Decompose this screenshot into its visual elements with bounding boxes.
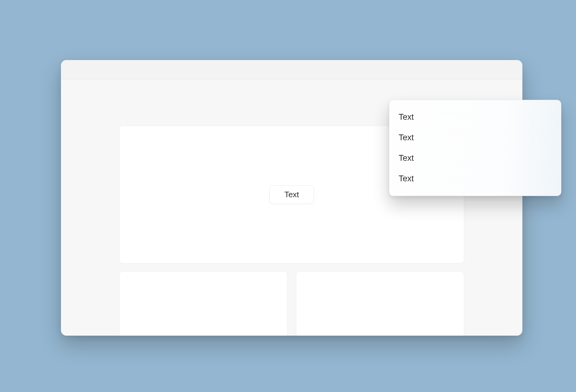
secondary-card-left [119,271,287,336]
context-menu: Text Text Text Text [389,100,561,196]
menu-item-2[interactable]: Text [389,148,561,168]
secondary-card-row [119,271,464,336]
menu-item-3[interactable]: Text [389,168,561,189]
menu-item-0[interactable]: Text [389,107,561,127]
window-titlebar [61,60,522,80]
primary-action-button[interactable]: Text [269,185,314,204]
menu-item-1[interactable]: Text [389,127,561,148]
secondary-card-right [296,271,464,336]
